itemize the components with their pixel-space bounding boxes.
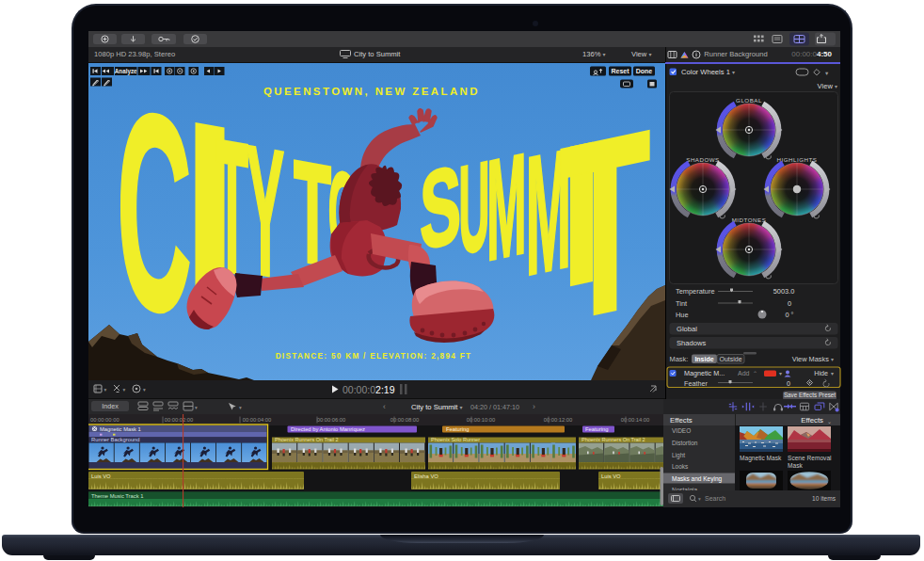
svg-text:00:00:00:00: 00:00:00:00	[90, 417, 119, 423]
svg-text:5003.0: 5003.0	[773, 287, 795, 296]
svg-text:00:00:02:19: 00:00:02:19	[343, 384, 395, 395]
svg-text:Light: Light	[672, 452, 685, 459]
svg-text:Featuring: Featuring	[585, 426, 609, 432]
svg-text:Magnetic Mask 1: Magnetic Mask 1	[100, 426, 141, 432]
svg-text:HIGHLIGHTS: HIGHLIGHTS	[777, 155, 818, 162]
svg-text:0 °: 0 °	[785, 311, 793, 319]
svg-text:VIDEO: VIDEO	[672, 427, 691, 434]
svg-text:00:00:02:00: 00:00:02:00	[165, 417, 194, 423]
svg-text:U: U	[459, 135, 490, 280]
svg-text:Analyze: Analyze	[115, 68, 137, 75]
svg-text:SHADOWS: SHADOWS	[686, 155, 719, 162]
svg-text:▾: ▾	[143, 387, 146, 393]
svg-text:Feather: Feather	[684, 378, 708, 387]
svg-text:QUEENSTOWN, NEW ZEALAND: QUEENSTOWN, NEW ZEALAND	[263, 86, 480, 97]
svg-text:View ▾: View ▾	[818, 82, 837, 90]
svg-text:Directed by Antonio Manriquez: Directed by Antonio Manriquez	[291, 426, 365, 432]
svg-text:Elisha VO: Elisha VO	[414, 473, 438, 479]
svg-text:0: 0	[788, 298, 791, 307]
svg-text:Phoenix Solo Runner: Phoenix Solo Runner	[431, 437, 480, 442]
svg-text:Mask:: Mask:	[670, 354, 689, 362]
svg-text:10 items: 10 items	[812, 495, 836, 502]
svg-text:00:00:04:00: 00:00:04:00	[243, 417, 272, 423]
svg-text:▾: ▾	[831, 371, 834, 377]
svg-text:Mask: Mask	[788, 462, 803, 469]
svg-text:Featuring: Featuring	[446, 426, 470, 432]
svg-text:Hide: Hide	[814, 369, 828, 377]
svg-text:Shadows: Shadows	[677, 339, 706, 347]
svg-text:View Masks ▾: View Masks ▾	[792, 354, 834, 362]
svg-text:Effects: Effects	[670, 416, 693, 425]
svg-text:Effects: Effects	[801, 416, 823, 425]
svg-text:GLOBAL: GLOBAL	[736, 96, 762, 103]
svg-text:Phoenix Runners On Trail 2: Phoenix Runners On Trail 2	[581, 437, 645, 442]
svg-text:M: M	[486, 123, 526, 291]
svg-text:DISTANCE: 50 KM / ELEVATION: 2: DISTANCE: 50 KM / ELEVATION: 2,894 FT	[276, 352, 472, 361]
svg-text:Magnetic Mask: Magnetic Mask	[740, 455, 782, 462]
svg-text:Inside: Inside	[694, 355, 713, 361]
svg-text:▾: ▾	[698, 496, 701, 502]
svg-text:00:00:14:00: 00:00:14:00	[621, 417, 650, 423]
svg-text:00:00:10:00: 00:00:10:00	[467, 417, 496, 423]
svg-text:Add: Add	[738, 370, 750, 377]
svg-text:▾: ▾	[239, 405, 242, 410]
svg-text:Color Wheels 1 ▾: Color Wheels 1 ▾	[681, 68, 735, 76]
svg-text:▾: ▾	[195, 405, 198, 410]
svg-text:Looks: Looks	[672, 463, 689, 470]
svg-text:C: C	[117, 63, 192, 374]
svg-text:Temperature: Temperature	[676, 287, 715, 296]
svg-text:›: ›	[533, 402, 535, 411]
svg-text:Hue: Hue	[676, 311, 689, 319]
svg-text:0: 0	[787, 378, 790, 387]
svg-text:Outside: Outside	[719, 355, 741, 361]
svg-text:Save Effects Preset: Save Effects Preset	[784, 392, 836, 398]
svg-text:Done: Done	[636, 68, 653, 74]
svg-text:MIDTONES: MIDTONES	[732, 216, 767, 222]
svg-text:Search: Search	[705, 495, 725, 502]
svg-text:Phoenix Runners On Trail 2: Phoenix Runners On Trail 2	[275, 437, 339, 442]
svg-text:Index: Index	[102, 402, 119, 410]
svg-text:Scene Removal: Scene Removal	[788, 455, 832, 461]
svg-text:▾: ▾	[825, 69, 829, 75]
svg-text:Global: Global	[677, 325, 697, 333]
svg-text:Distortion: Distortion	[672, 440, 698, 446]
svg-text:‹: ‹	[383, 402, 386, 411]
svg-text:Magnetic M...: Magnetic M...	[684, 369, 725, 377]
svg-text:Masks and Keying: Masks and Keying	[672, 475, 722, 483]
svg-text:00:00:12:00: 00:00:12:00	[544, 417, 573, 423]
svg-text:▾: ▾	[104, 387, 107, 393]
svg-text:City to Summit ▾: City to Summit ▾	[411, 403, 463, 411]
svg-text:Reset: Reset	[611, 68, 629, 74]
svg-text:00:00:06:00: 00:00:06:00	[317, 417, 346, 423]
svg-text:04:20 / 01:47:10: 04:20 / 01:47:10	[470, 403, 519, 411]
svg-text:Theme Music Track 1: Theme Music Track 1	[91, 493, 143, 499]
svg-text:▾: ▾	[123, 387, 126, 393]
svg-text:⌃: ⌃	[753, 371, 757, 377]
svg-text:Runner Background: Runner Background	[91, 437, 140, 442]
svg-text:Tint: Tint	[676, 298, 687, 307]
svg-text:⌄: ⌄	[827, 419, 832, 425]
svg-text:▾: ▾	[779, 371, 782, 377]
svg-text:Luis VO: Luis VO	[91, 473, 111, 479]
svg-text:Luis VO: Luis VO	[601, 473, 621, 479]
